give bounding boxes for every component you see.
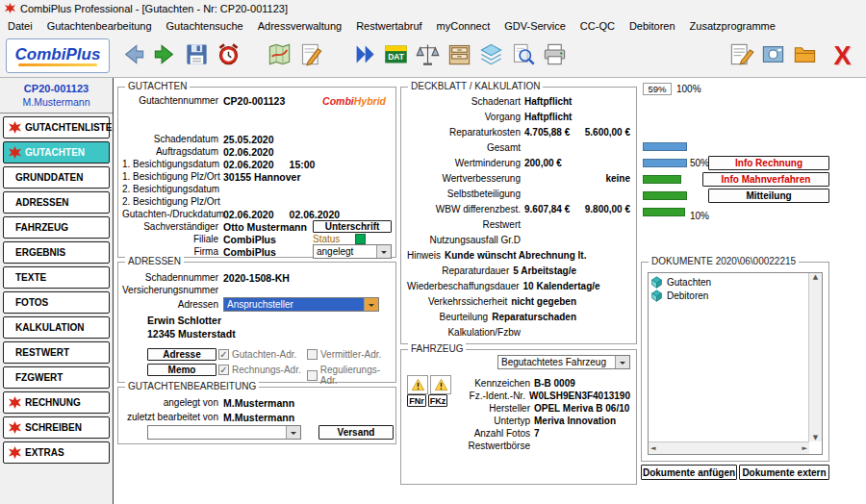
transfer-button[interactable]: [348, 38, 380, 74]
adressen-dropdown[interactable]: Anspruchsteller: [223, 297, 379, 312]
save-button[interactable]: [181, 38, 213, 74]
menu-restwertabruf[interactable]: Restwertabruf: [356, 20, 421, 32]
fahrzeug-dropdown[interactable]: Begutachtetes Fahrzeug: [497, 355, 630, 369]
deckblatt-row: VorgangHaftpflicht: [401, 110, 636, 124]
archive-button[interactable]: [444, 38, 475, 74]
search-button[interactable]: [507, 38, 539, 74]
sidebar-item-schreiben[interactable]: SCHREIBEN: [3, 416, 110, 439]
sidebar-item-texte[interactable]: TEXTE: [3, 266, 110, 289]
sidebar-item-fotos[interactable]: FOTOS: [3, 291, 110, 314]
chevron-down-icon[interactable]: [376, 245, 391, 258]
fahrzeug-panel: FAHRZEUG Begutachtetes Fahrzeug FNr FKz …: [400, 349, 637, 485]
layers-button[interactable]: [475, 38, 507, 74]
dokumente-extern-button[interactable]: Dokumente extern: [739, 465, 829, 480]
sidebar-item-label: FAHRZEUG: [15, 222, 68, 233]
sidebar-item-rechnung[interactable]: RECHNUNG: [3, 391, 110, 414]
deckblatt-row: Kalkulation/Fzbw: [401, 325, 636, 340]
map-icon: [267, 41, 293, 70]
status-dropdown[interactable]: angelegt: [313, 244, 392, 259]
print-button[interactable]: [539, 38, 571, 74]
sidebar-item-label: SCHREIBEN: [25, 422, 82, 433]
info-rechnung-button[interactable]: Info Rechnung: [708, 156, 829, 170]
adresse-button[interactable]: Adresse: [147, 348, 216, 361]
dokumente-item-debitoren[interactable]: Debitoren: [650, 289, 807, 302]
checkbox-rechnungs-adr[interactable]: ✓Rechnungs-Adr.: [218, 365, 301, 375]
checkbox-vermittler-adr[interactable]: Vermittler-Adr.: [307, 349, 381, 360]
dokumente-anfuegen-button[interactable]: Dokumente anfügen: [641, 465, 737, 480]
deckblatt-row: Reparaturdauer5 Arbeitstag/e: [401, 264, 636, 278]
sidebar-item-fzgwert[interactable]: FZGWERT: [3, 366, 110, 389]
scroll-up-icon[interactable]: ▲: [813, 273, 818, 281]
menu-datei[interactable]: Datei: [8, 20, 33, 32]
close-button[interactable]: X: [821, 38, 853, 74]
deckblatt-row: Wiederbeschaffungsdauer10 Kalendertag/e: [401, 279, 636, 293]
sidebar-item-grunddaten[interactable]: GRUNDDATEN: [3, 166, 110, 189]
panel-legend: FAHRZEUG: [408, 343, 466, 354]
documents-folder-button[interactable]: [789, 38, 821, 74]
memo-button[interactable]: Memo: [147, 364, 216, 376]
reminder-button[interactable]: [213, 38, 244, 74]
photos-button[interactable]: [757, 38, 789, 74]
sidebar-item-adressen[interactable]: ADRESSEN: [3, 191, 110, 214]
stat-bar: [643, 191, 687, 200]
menu-gdv-service[interactable]: GDV-Service: [504, 20, 566, 32]
compose-report-button[interactable]: [726, 38, 757, 74]
dokumente-item-gutachten[interactable]: Gutachten: [650, 275, 807, 289]
menu-gutachtensuche[interactable]: Gutachtensuche: [166, 20, 243, 32]
menu-zusatzprogramme[interactable]: Zusatzprogramme: [690, 20, 776, 32]
horizontal-scrollbar[interactable]: ◄►: [649, 441, 809, 454]
menu-gutachtenbearbeitung[interactable]: Gutachtenbearbeitung: [47, 20, 152, 32]
sidebar-item-extras[interactable]: EXTRAS: [3, 441, 110, 464]
back-button[interactable]: [117, 38, 149, 74]
sidebar-item-kalkulation[interactable]: KALKULATION: [3, 316, 110, 339]
sidebar-item-ergebnis[interactable]: ERGEBNIS: [3, 241, 110, 264]
mitteilung-button[interactable]: Mitteilung: [708, 189, 829, 203]
dat-button[interactable]: DAT: [380, 38, 412, 74]
red-flag-icon: [9, 396, 21, 409]
field-value: 2020-1508-KH: [223, 272, 290, 284]
sidebar-item-gutachtenliste[interactable]: GUTACHTENLISTE: [3, 116, 110, 139]
menu-debitoren[interactable]: Debitoren: [629, 20, 675, 32]
alarm-clock-icon: [216, 41, 242, 70]
scales-button[interactable]: [412, 38, 444, 74]
chevron-down-icon[interactable]: [286, 426, 300, 439]
checkbox-empty-icon: [307, 349, 318, 360]
current-user-link[interactable]: M.Mustermann: [0, 96, 113, 108]
menu-myconnect[interactable]: myConnect: [437, 20, 491, 32]
chevron-down-icon[interactable]: [364, 298, 378, 311]
chevron-down-icon[interactable]: [615, 356, 629, 368]
red-flag-icon: [9, 146, 21, 159]
menu-adressverwaltung[interactable]: Adressverwaltung: [258, 20, 342, 32]
logo-text: CombiPlus: [15, 46, 101, 63]
checkbox-regulierungs-adr[interactable]: Regulierungs-Adr.: [307, 365, 395, 386]
field-label: Filiale: [122, 234, 223, 244]
sidebar-item-fahrzeug[interactable]: FAHRZEUG: [3, 216, 110, 239]
vertical-scrollbar[interactable]: ▲▼: [808, 273, 822, 441]
red-flag-icon: [9, 446, 21, 459]
checkbox-gutachten-adr[interactable]: ✓Gutachten-Adr.: [218, 349, 296, 360]
field-label: Gutachtennummer: [122, 95, 223, 106]
sidebar-item-label: FZGWERT: [15, 372, 63, 383]
scroll-right-icon[interactable]: ►: [802, 444, 807, 452]
versand-button[interactable]: Versand: [318, 425, 394, 440]
route-map-button[interactable]: [264, 38, 295, 74]
sidebar-item-restwert[interactable]: RESTWERT: [3, 341, 110, 364]
edit-button[interactable]: [295, 38, 327, 74]
scroll-down-icon[interactable]: ▼: [813, 434, 818, 441]
menu-cc-qc[interactable]: CC-QC: [580, 20, 615, 32]
field-label: 2. Besichtigungsdatum: [122, 184, 223, 194]
red-flag-icon: [9, 121, 21, 134]
info-mahnverfahren-button[interactable]: Info Mahnverfahren: [702, 172, 829, 187]
gutachten-panel: GUTACHTEN Gutachtennummer CP20-001123 Co…: [117, 87, 396, 258]
unterschrift-button[interactable]: Unterschrift: [313, 220, 392, 233]
versand-dropdown[interactable]: [147, 425, 301, 440]
sidebar-item-label: ERGEBNIS: [15, 247, 65, 258]
scroll-left-icon[interactable]: ◄: [650, 444, 655, 452]
search-icon: [510, 41, 536, 70]
dat-icon: DAT: [383, 41, 409, 70]
sidebar-item-gutachten[interactable]: GUTACHTEN: [3, 141, 110, 164]
field-label: Adressen: [122, 299, 223, 310]
claimant-city: 12345 Musterstadt: [118, 328, 395, 341]
forward-button[interactable]: [149, 38, 181, 74]
printer-icon: [542, 41, 568, 70]
